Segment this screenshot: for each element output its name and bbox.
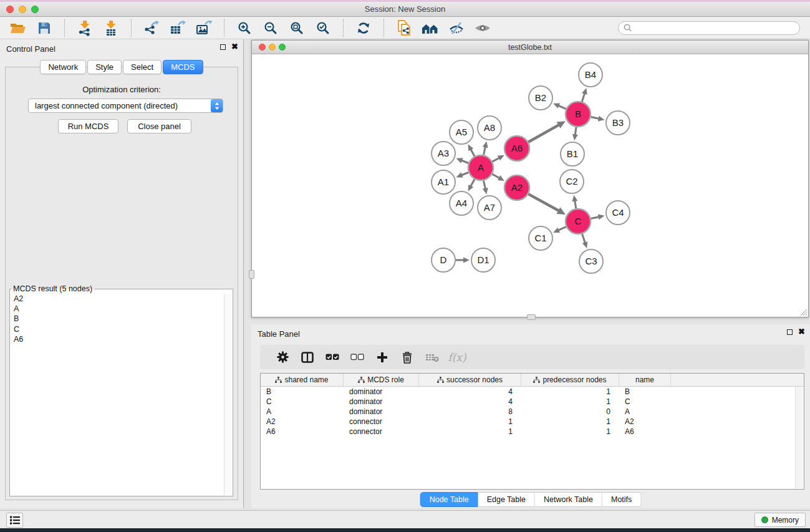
- graph-edge-C-C1[interactable]: [557, 227, 566, 231]
- deselect-all-button[interactable]: [345, 348, 370, 367]
- graph-edge-B-B4[interactable]: [582, 93, 585, 102]
- select-all-button[interactable]: [320, 348, 345, 367]
- graph-edge-B-B2[interactable]: [558, 105, 566, 109]
- float-panel-icon[interactable]: [220, 44, 226, 50]
- tab-style[interactable]: Style: [87, 60, 122, 74]
- table-row[interactable]: Bdominator41B: [261, 387, 804, 397]
- mcds-result-item[interactable]: B: [14, 314, 233, 324]
- function-builder-button[interactable]: f(x): [445, 348, 470, 367]
- tab-network-table[interactable]: Network Table: [535, 492, 602, 507]
- column-header-shared-name[interactable]: shared name: [261, 374, 344, 386]
- gear-icon: [276, 351, 289, 364]
- node-label: A8: [484, 122, 495, 133]
- left-splitter-handle[interactable]: [249, 270, 254, 279]
- node-label: C1: [534, 233, 546, 243]
- memory-button[interactable]: Memory: [755, 513, 806, 527]
- hide-selected-button[interactable]: [446, 19, 466, 37]
- clone-network-button[interactable]: [394, 19, 414, 37]
- open-folder-icon: [10, 21, 26, 35]
- first-neighbors-button[interactable]: [420, 19, 440, 37]
- refresh-layout-button[interactable]: [354, 19, 374, 37]
- mcds-result-item[interactable]: A6: [14, 334, 233, 344]
- criterion-dropdown[interactable]: largest connected component (directed): [28, 99, 223, 113]
- delete-table-button[interactable]: [420, 348, 445, 367]
- mcds-result-item[interactable]: A2: [14, 294, 233, 304]
- graph-edge-C-C2[interactable]: [575, 200, 576, 209]
- graph-edge-B-B1[interactable]: [575, 127, 576, 135]
- show-all-button[interactable]: [473, 19, 493, 37]
- bottom-splitter-handle[interactable]: [527, 314, 536, 320]
- table-cell: A6: [619, 427, 671, 436]
- mcds-result-item[interactable]: A: [14, 304, 233, 314]
- float-table-panel-icon[interactable]: [787, 329, 793, 335]
- close-panel-icon[interactable]: ✖: [231, 44, 238, 50]
- close-panel-button[interactable]: Close panel: [127, 119, 191, 133]
- table-row[interactable]: Adominator80A: [261, 407, 804, 417]
- tab-network[interactable]: Network: [40, 60, 86, 74]
- split-panel-button[interactable]: [295, 348, 320, 367]
- graph-edge-A2-C[interactable]: [528, 194, 559, 211]
- graph-edge-B-B3[interactable]: [591, 117, 600, 118]
- resize-grip[interactable]: [799, 308, 808, 316]
- add-column-button[interactable]: [370, 348, 395, 367]
- toolbar-separator: [64, 19, 65, 37]
- table-row[interactable]: A2connector11A2: [261, 417, 804, 427]
- table-scrollbar[interactable]: [795, 387, 803, 488]
- result-scrollbar[interactable]: [224, 294, 232, 495]
- edge-arrowhead: [572, 195, 577, 202]
- node-label: D: [440, 254, 447, 265]
- mcds-result-item[interactable]: C: [14, 324, 233, 334]
- eye-icon: [475, 22, 491, 34]
- column-header-label: name: [635, 375, 654, 384]
- column-header-predecessor-nodes[interactable]: predecessor nodes: [521, 374, 619, 386]
- list-icon: [9, 515, 21, 526]
- tab-node-table[interactable]: Node Table: [420, 492, 478, 507]
- task-history-button[interactable]: [6, 513, 23, 528]
- export-network-button[interactable]: [142, 19, 162, 37]
- graph-edge-A-A5[interactable]: [470, 148, 475, 156]
- network-graph-canvas[interactable]: AA1A2A3A4A5A6A7A8BB1B2B3B4CC1C2C3C4DD1: [252, 54, 808, 317]
- save-session-button[interactable]: [34, 19, 54, 37]
- graph-edge-A6-B[interactable]: [528, 125, 559, 142]
- import-table-button[interactable]: [101, 19, 121, 37]
- tab-edge-table[interactable]: Edge Table: [478, 492, 535, 507]
- node-label: A: [478, 162, 484, 173]
- graph-edge-A-A6[interactable]: [493, 158, 500, 162]
- search-input[interactable]: [635, 24, 794, 32]
- graph-edge-C-C3[interactable]: [582, 234, 586, 244]
- column-header-MCDS-role[interactable]: MCDS role: [344, 374, 419, 386]
- export-image-button[interactable]: [194, 19, 214, 37]
- column-header-successor-nodes[interactable]: successor nodes: [419, 374, 521, 386]
- run-mcds-button[interactable]: Run MCDS: [58, 119, 118, 133]
- export-table-button[interactable]: [168, 19, 188, 37]
- delete-column-button[interactable]: [395, 348, 420, 367]
- table-row[interactable]: Cdominator41C: [261, 397, 804, 407]
- zoom-fit-button[interactable]: [287, 19, 307, 37]
- zoom-out-button[interactable]: [261, 19, 281, 37]
- graph-edge-A-A2[interactable]: [492, 174, 499, 178]
- clone-network-icon: [397, 20, 412, 36]
- table-row[interactable]: A6connector11A6: [261, 427, 804, 437]
- import-network-button[interactable]: [75, 19, 95, 37]
- tab-motifs[interactable]: Motifs: [602, 492, 641, 507]
- graph-edge-C-C4[interactable]: [591, 216, 600, 218]
- edge-arrowhead: [483, 141, 488, 148]
- graph-edge-A-A8[interactable]: [483, 146, 485, 155]
- zoom-selected-button[interactable]: [313, 19, 333, 37]
- graph-edge-A-A7[interactable]: [483, 181, 485, 190]
- column-header-label: shared name: [284, 375, 328, 384]
- control-panel-title: Control Panel: [6, 44, 55, 54]
- edge-arrowhead: [456, 158, 463, 163]
- memory-label: Memory: [772, 516, 799, 525]
- graph-edge-A-A4[interactable]: [470, 179, 475, 186]
- table-settings-button[interactable]: [270, 348, 295, 367]
- open-session-button[interactable]: [8, 19, 28, 37]
- mcds-result-box: MCDS result (5 nodes) A2ABCA6: [9, 284, 233, 496]
- column-header-name[interactable]: name: [619, 374, 671, 386]
- delete-table-icon: [425, 352, 439, 362]
- table-cell: A: [261, 407, 344, 416]
- zoom-in-button[interactable]: [234, 19, 254, 37]
- tab-mcds[interactable]: MCDS: [163, 60, 203, 74]
- tab-select[interactable]: Select: [123, 60, 162, 74]
- close-table-panel-icon[interactable]: ✖: [798, 329, 805, 335]
